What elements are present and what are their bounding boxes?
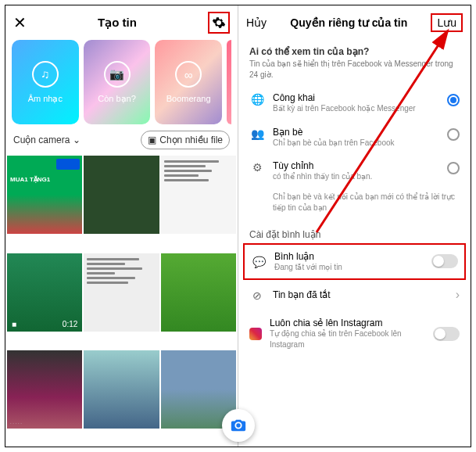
globe-icon: 🌐 (249, 93, 265, 106)
create-story-panel: ✕ Tạo tin ♫ Âm nhạc 📷 Còn bạn? ∞ Boomera… (5, 5, 238, 447)
instagram-icon (249, 328, 262, 340)
dropdown-label: Cuộn camera (13, 135, 70, 145)
camera-roll-dropdown[interactable]: Cuộn camera ⌄ (13, 135, 81, 145)
card-label: Boomerang (166, 94, 211, 103)
page-title: Tạo tin (27, 16, 208, 30)
cancel-button[interactable]: Hủy (246, 16, 267, 29)
instagram-share-row[interactable]: Luôn chia sẻ lên Instagram Tự động chia … (238, 310, 471, 357)
save-button[interactable]: Lưu (431, 13, 463, 32)
chip-label: Chọn nhiều file (159, 135, 223, 145)
media-thumb[interactable] (84, 253, 159, 332)
story-card-peek[interactable] (227, 40, 231, 124)
media-thumb[interactable] (84, 156, 159, 234)
story-card-music[interactable]: ♫ Âm nhạc (12, 40, 79, 124)
card-label: Còn bạn? (98, 94, 136, 104)
story-card-boomerang[interactable]: ∞ Boomerang (155, 40, 222, 124)
video-icon: ■ (12, 320, 16, 328)
media-thumb[interactable] (161, 253, 236, 332)
chevron-down-icon: ⌄ (73, 135, 81, 145)
comment-icon: 💬 (251, 256, 267, 268)
page-title: Quyền riêng tư của tin (290, 16, 407, 29)
section-heading: Cài đặt bình luận (238, 221, 471, 243)
media-thumb[interactable] (161, 156, 236, 234)
comments-row[interactable]: 💬 Bình luận Đang tắt với mọi tin (243, 243, 466, 281)
close-icon[interactable]: ✕ (13, 13, 27, 32)
section-heading: Ai có thể xem tin của bạn? (249, 46, 460, 57)
muted-stories-row[interactable]: ⊘ Tin bạn đã tắt › (238, 280, 471, 310)
story-card-selfie[interactable]: 📷 Còn bạn? (84, 40, 151, 124)
infinity-icon: ∞ (175, 61, 202, 88)
privacy-panel: Hủy Quyền riêng tư của tin Lưu Ai có thể… (238, 5, 471, 447)
multiselect-icon: ▣ (148, 135, 156, 145)
music-icon: ♫ (32, 61, 59, 88)
chevron-right-icon: › (456, 288, 460, 302)
media-grid: MUA1 TẶNG1 ■ 0:12 · · · · · (5, 156, 238, 447)
radio[interactable] (447, 162, 460, 174)
settings-button[interactable] (208, 12, 230, 34)
section-sub: Tin của bạn sẽ hiển thị trên Facebook và… (249, 59, 460, 80)
gear-icon (212, 16, 226, 30)
mute-icon: ⊘ (249, 289, 265, 302)
card-label: Âm nhạc (28, 94, 63, 104)
toggle-off[interactable] (431, 254, 458, 268)
privacy-option-friends[interactable]: 👥 Bạn bè Chỉ bạn bè của bạn trên Faceboo… (238, 120, 471, 155)
privacy-option-custom[interactable]: ⚙ Tùy chỉnh có thể nhìn thấy tin của bạn… (238, 154, 471, 188)
media-thumb[interactable] (84, 350, 159, 429)
camera-icon: 📷 (104, 61, 131, 88)
privacy-option-public[interactable]: 🌐 Công khai Bất kỳ ai trên Facebook hoặc… (238, 86, 471, 120)
friends-icon: 👥 (249, 127, 265, 140)
media-thumb[interactable]: · · · · · (7, 350, 82, 429)
multi-select-button[interactable]: ▣ Chọn nhiều file (141, 131, 230, 149)
radio-selected[interactable] (447, 94, 460, 106)
media-thumb[interactable]: MUA1 TẶNG1 (7, 156, 82, 234)
privacy-note: Chỉ bạn bè và kết nối của bạn mới có thể… (238, 188, 471, 221)
radio[interactable] (447, 128, 460, 141)
toggle-off[interactable] (433, 327, 460, 341)
video-duration: 0:12 (63, 320, 77, 328)
camera-icon (230, 417, 239, 434)
media-thumb[interactable]: ■ 0:12 (7, 253, 82, 332)
camera-button[interactable] (222, 409, 239, 442)
custom-icon: ⚙ (249, 161, 265, 174)
